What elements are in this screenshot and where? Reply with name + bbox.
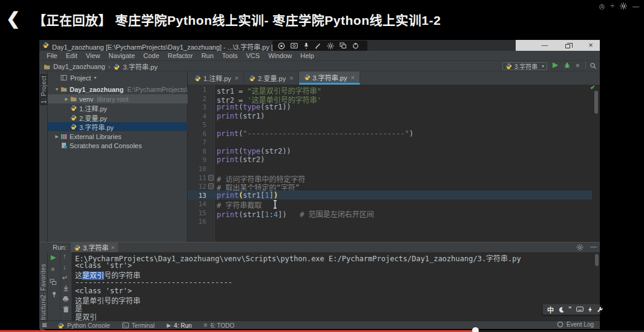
expander-icon[interactable]: ▶ [53, 134, 61, 139]
back-button[interactable]: ❮ [6, 8, 20, 28]
tree-item-3[interactable]: 2.变量.py [48, 113, 188, 122]
code-token: (str1[ [238, 210, 264, 219]
menu-item-navigate[interactable]: Navigate [104, 52, 139, 59]
ime-language-indicator[interactable]: 中 [547, 305, 554, 314]
line-number: 6 [188, 130, 206, 138]
menu-item-refactor[interactable]: Refactor [163, 52, 197, 59]
run-config-selector[interactable]: 3.字符串 ▾ [502, 62, 547, 70]
debug-button[interactable] [564, 62, 571, 69]
menu-item-edit[interactable]: Edit [62, 52, 82, 59]
scroll-to-end-button[interactable] [63, 285, 69, 291]
moon-icon[interactable] [558, 307, 564, 313]
close-button[interactable]: × [581, 40, 600, 51]
code-line[interactable]: # 访问字符串中的特定字符 [217, 174, 305, 183]
code-line[interactable]: print(str1[1:4]) # 范围是左闭右开区间 [217, 209, 374, 218]
menu-item-code[interactable]: Code [139, 52, 163, 59]
annotate-icon[interactable] [315, 42, 321, 49]
run-settings-icon[interactable] [576, 244, 583, 251]
editor-tab-0[interactable]: 1.注释.py× [189, 71, 244, 85]
restore-layout-icon[interactable] [50, 279, 57, 285]
code-line[interactable]: # 取出某个特定的“字符” [217, 182, 300, 191]
editor-tab-1[interactable]: 2.变量.py× [244, 71, 298, 85]
recorder-logo-icon[interactable] [278, 42, 285, 50]
code-line[interactable]: print(str2) [217, 155, 264, 164]
minimize-button[interactable]: — [535, 40, 554, 51]
status-4-run[interactable]: ▶4: Run [166, 322, 191, 329]
tab-close-icon[interactable]: × [289, 74, 293, 82]
locate-button[interactable]: ◎ [599, 2, 605, 10]
breadcrumb-file[interactable]: 3.字符串.py [123, 62, 157, 71]
settings-icon[interactable] [327, 42, 334, 50]
print-console-button[interactable] [62, 296, 69, 302]
settings-button[interactable] [620, 2, 627, 10]
tree-item-2[interactable]: 1.注释.py [48, 103, 188, 112]
hide-button[interactable]: — [632, 2, 639, 10]
menu-item-run[interactable]: Run [197, 52, 218, 59]
menu-item-tools[interactable]: Tools [218, 52, 242, 59]
console-scrollbar[interactable] [595, 254, 599, 266]
code-line[interactable]: print(str1[1]) [217, 191, 278, 200]
terminal-icon [122, 322, 129, 328]
menu-item-help[interactable]: Help [296, 52, 318, 59]
expander-icon[interactable]: ▼ [53, 87, 61, 91]
project-panel-header[interactable]: Project ▾ [48, 71, 188, 84]
menu-item-window[interactable]: Window [264, 52, 296, 59]
code-line[interactable]: print(type(str2)) [217, 147, 291, 156]
code-line[interactable]: # 字符串截取 [217, 200, 261, 209]
tab-close-icon[interactable]: × [350, 74, 354, 81]
tree-item-0[interactable]: ▼Day1_zaozhuangE:\PycharmProjects\Day1_z… [48, 85, 188, 94]
status-terminal[interactable]: Terminal [122, 322, 155, 329]
screenshot-icon[interactable] [291, 42, 298, 49]
fold-marker-icon[interactable] [208, 183, 214, 189]
rerun-button[interactable]: ▶ [51, 254, 56, 261]
tree-item-5[interactable]: ▶External Libraries [48, 132, 188, 141]
keyboard-icon[interactable] [576, 307, 583, 312]
stop-button[interactable]: ■ [576, 62, 579, 68]
prev-trace-button[interactable]: ↑ [63, 253, 67, 259]
editor-tab-2[interactable]: 3.字符串.py× [299, 71, 360, 85]
status-python-console[interactable]: Python Console [58, 322, 110, 329]
toolstripe-project[interactable]: 1: Project [40, 74, 48, 105]
editor-scrollbar[interactable] [594, 91, 598, 114]
clear-console-button[interactable] [63, 306, 69, 313]
video-progress-handle[interactable] [472, 327, 479, 332]
toolwindow-switcher-icon[interactable]: ▦ [42, 322, 47, 328]
windows-icon[interactable] [340, 42, 347, 49]
quotes-icon[interactable]: ” [568, 306, 572, 313]
fold-marker-icon[interactable] [208, 175, 214, 181]
menu-item-file[interactable]: File [42, 52, 62, 59]
event-log-button[interactable]: Event Log [557, 321, 594, 328]
power-icon[interactable] [352, 42, 359, 49]
soft-wrap-button[interactable]: ↵ [62, 275, 68, 281]
pin-tab-icon[interactable] [51, 291, 58, 298]
hide-panel-button[interactable]: — [590, 242, 597, 250]
run-tab[interactable]: 3.字符串 × [71, 242, 118, 252]
tree-item-6[interactable]: Scratches and Consoles [48, 141, 188, 150]
restore-button[interactable] [558, 40, 577, 51]
code-line[interactable]: str2 = '这是单引号的字符串' [217, 94, 321, 103]
tree-item-1[interactable]: ▶venvlibrary root [48, 94, 188, 103]
toolstripe-favorites[interactable]: 2: Favorites [40, 264, 47, 298]
breadcrumb-project[interactable]: Day1_zaozhuang [53, 63, 105, 70]
code-line[interactable]: str1 = "这是双引号的字符串" [217, 85, 321, 94]
expander-icon[interactable]: ▶ [63, 97, 70, 102]
search-everywhere-button[interactable] [590, 62, 597, 70]
line-number: 10 [188, 165, 206, 173]
code-line[interactable]: print(type(str1)) [217, 103, 291, 112]
collapse-all-button[interactable]: ÷ [610, 2, 614, 10]
status-6-todo[interactable]: ≡6: TODO [204, 322, 235, 329]
microphone-icon[interactable] [303, 42, 309, 50]
menu-item-view[interactable]: View [82, 52, 105, 59]
ime-toolbar[interactable]: 中 ” [542, 304, 600, 315]
flash-icon[interactable] [588, 307, 593, 313]
tab-close-icon[interactable]: × [235, 74, 238, 82]
code-line[interactable]: print("---------------------------------… [217, 129, 413, 138]
run-button[interactable]: ▶ [553, 60, 558, 69]
stop-process-button[interactable]: ■ [51, 266, 54, 272]
next-trace-button[interactable]: ↓ [63, 264, 67, 270]
code-line[interactable]: print(str1) [217, 112, 264, 121]
close-icon[interactable]: × [111, 244, 114, 251]
tree-item-4[interactable]: 3.字符串.py [48, 122, 188, 131]
menu-item-vcs[interactable]: VCS [242, 52, 264, 59]
wrench-icon[interactable] [597, 306, 603, 313]
